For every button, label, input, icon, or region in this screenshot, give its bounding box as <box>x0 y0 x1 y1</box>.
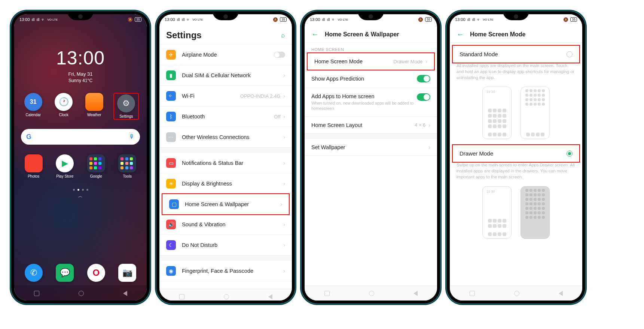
nav-back[interactable] <box>559 291 563 296</box>
drawer-illustration: 19 30 <box>450 186 582 239</box>
notification-icon: ▭ <box>166 158 176 168</box>
app-weather[interactable]: Weather <box>83 93 106 120</box>
google-logo: G <box>26 133 31 141</box>
drawer-handle[interactable]: ︿ <box>14 193 147 199</box>
item-wifi[interactable]: ᯤ Wi-Fi OPPO-INDIA 2.4G › <box>159 86 292 106</box>
item-display[interactable]: ☀ Display & Brightness › <box>159 173 292 194</box>
dock-phone[interactable]: ✆ <box>25 264 43 282</box>
app-settings[interactable]: ⚙ Settings <box>115 94 137 118</box>
clock-weather: Sunny 41°C <box>14 78 147 83</box>
radio-on[interactable] <box>567 151 573 157</box>
back-icon[interactable]: ← <box>311 30 319 39</box>
app-tools-folder[interactable]: Tools <box>116 154 138 178</box>
item-home-wallpaper[interactable]: ▢ Home Screen & Wallpaper › <box>162 194 289 214</box>
app-label: Calendar <box>25 113 41 117</box>
airplane-icon: ✈ <box>166 50 176 60</box>
item-airplane[interactable]: ✈ Airplane Mode <box>159 45 292 65</box>
toggle-on[interactable] <box>417 93 430 101</box>
item-home-screen-mode[interactable]: Home Screen Mode Drawer Mode › <box>308 53 434 70</box>
app-playstore[interactable]: ▶ Play Store <box>54 154 76 178</box>
signal-icon: ıll <box>322 17 325 22</box>
option-standard[interactable]: Standard Mode <box>453 46 579 63</box>
status-bar: 13:00 ıll ıll ᯤ VO LTE 🔕 35 <box>14 14 147 25</box>
folder-icon <box>87 154 105 172</box>
back-icon[interactable]: ← <box>457 30 464 39</box>
chevron-right-icon: › <box>283 160 285 166</box>
weather-icon <box>85 93 103 111</box>
app-label: Tools <box>123 174 132 178</box>
wifi-icon: ᯤ <box>186 17 190 22</box>
item-other-wireless[interactable]: ⋯ Other Wireless Connections › <box>159 127 292 148</box>
brightness-icon: ☀ <box>166 179 176 188</box>
nav-home[interactable] <box>514 291 519 296</box>
status-time: 13:00 <box>19 17 30 22</box>
item-dualsim[interactable]: ▮ Dual SIM & Cellular Network › <box>159 65 292 86</box>
fingerprint-icon: ◉ <box>166 266 176 276</box>
phone-home-wallpaper: 13:00 ıll ıll ᯤ VO LTE 🔕 35 ← Home Scree… <box>302 11 440 304</box>
highlight-homescreen: ▢ Home Screen & Wallpaper › <box>162 193 290 215</box>
page-title: Home Screen & Wallpaper <box>325 31 399 38</box>
status-bar: 13:00 ıll ıll ᯤ VO LTE 🔕 35 <box>159 14 292 25</box>
wifi-icon: ᯤ <box>477 17 481 22</box>
item-fingerprint[interactable]: ◉ Fingerprint, Face & Passcode › <box>159 261 292 281</box>
chevron-right-icon: › <box>283 242 285 248</box>
search-icon[interactable]: ⌕ <box>281 31 285 39</box>
nav-recents[interactable] <box>324 291 330 296</box>
item-bluetooth[interactable]: ᛒ Bluetooth Off › <box>159 106 292 127</box>
google-search-bar[interactable]: G 🎙 <box>21 129 140 145</box>
app-label: Weather <box>87 113 101 117</box>
volte-icon: VO LTE <box>192 18 203 21</box>
signal-icon: ıll <box>32 17 35 22</box>
item-wallpaper[interactable]: Set Wallpaper › <box>305 139 437 156</box>
signal-icon-2: ıll <box>36 17 39 22</box>
battery-level: 35 <box>135 17 141 22</box>
homescreen-icon: ▢ <box>169 199 179 209</box>
dock-opera[interactable]: O <box>87 264 105 282</box>
item-notifications[interactable]: ▭ Notifications & Status Bar › <box>159 153 292 173</box>
volte-icon: VO LTE <box>483 18 493 21</box>
status-bar: 13:00 ıll ıll ᯤ VO LTE 🔕 35 <box>450 14 582 25</box>
nav-recents[interactable] <box>179 294 184 299</box>
play-icon: ▶ <box>56 154 74 172</box>
chevron-right-icon: › <box>280 201 282 207</box>
item-dnd[interactable]: ☾ Do Not Disturb › <box>159 235 292 256</box>
dock-messages[interactable]: 💬 <box>56 264 74 282</box>
app-label: Google <box>90 174 102 178</box>
toggle-off[interactable] <box>274 52 285 58</box>
nav-back[interactable] <box>123 291 127 296</box>
app-label: Photos <box>28 174 39 178</box>
app-clock[interactable]: 🕐 Clock <box>52 93 75 120</box>
item-add-apps[interactable]: Add Apps to Home screen When turned on, … <box>305 88 437 117</box>
item-prediction[interactable]: Show Apps Prediction <box>305 70 437 88</box>
phone-settings: 13:00 ıll ıll ᯤ VO LTE 🔕 35 Settings ⌕ ✈… <box>156 11 295 304</box>
nav-home[interactable] <box>224 294 229 299</box>
calendar-icon: 31 <box>24 93 42 111</box>
signal-icon-2: ıll <box>472 17 475 22</box>
chevron-right-icon: › <box>428 122 430 128</box>
radio-off[interactable] <box>567 51 573 57</box>
standard-desc: All installed apps are displayed on the … <box>450 63 582 81</box>
app-calendar[interactable]: 31 Calendar <box>22 93 45 120</box>
mic-icon[interactable]: 🎙 <box>129 133 135 140</box>
chevron-right-icon: › <box>283 93 285 99</box>
option-drawer[interactable]: Drawer Mode <box>453 145 579 162</box>
drawer-desc: Swipe up on the main screen to enter App… <box>450 162 582 180</box>
settings-list[interactable]: ✈ Airplane Mode ▮ Dual SIM & Cellular Ne… <box>159 45 292 289</box>
app-google-folder[interactable]: Google <box>85 154 107 178</box>
item-layout[interactable]: Home Screen Layout 4 × 6 › <box>305 117 437 134</box>
nav-back[interactable] <box>268 294 272 299</box>
highlight-standard: Standard Mode <box>452 45 580 63</box>
wifi-icon: ᯤ <box>41 17 45 22</box>
nav-home[interactable] <box>79 291 84 296</box>
nav-recents[interactable] <box>470 291 475 296</box>
app-photos[interactable]: Photos <box>22 154 45 178</box>
folder-icon <box>118 154 136 172</box>
toggle-on[interactable] <box>417 75 430 82</box>
status-time: 13:00 <box>310 17 320 22</box>
nav-home[interactable] <box>369 291 374 296</box>
nav-recents[interactable] <box>34 291 39 296</box>
item-sound[interactable]: 🔊 Sound & Vibration › <box>159 214 292 235</box>
dock-camera[interactable]: 📷 <box>118 264 136 282</box>
clock-widget[interactable]: 13:00 Fri, May 31 Sunny 41°C <box>14 47 147 83</box>
nav-back[interactable] <box>413 291 418 296</box>
